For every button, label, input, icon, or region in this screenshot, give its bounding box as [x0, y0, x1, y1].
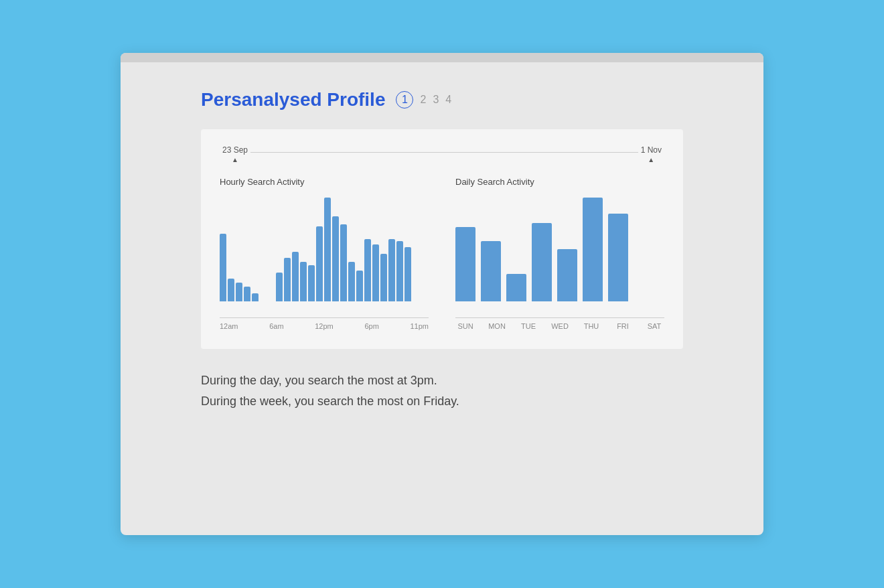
hourly-chart-title: Hourly Search Activity — [220, 177, 429, 187]
start-date: 23 Sep ▲ — [220, 145, 250, 163]
daily-bar-2 — [506, 274, 526, 301]
h-label-3: 6pm — [364, 322, 378, 330]
hourly-bar-13 — [324, 198, 331, 301]
hourly-bar-3 — [244, 287, 250, 301]
page-3[interactable]: 3 — [433, 94, 439, 106]
d-label-3: WED — [550, 322, 570, 330]
daily-chart-title: Daily Search Activity — [455, 177, 664, 187]
hourly-bar-10 — [300, 262, 307, 301]
charts-row: Hourly Search Activity 12am 6am 12pm 6pm… — [220, 177, 664, 330]
hourly-bar-0 — [220, 234, 226, 301]
page-2[interactable]: 2 — [420, 94, 426, 106]
hourly-axis-labels: 12am 6am 12pm 6pm 11pm — [220, 322, 429, 330]
date-range: 23 Sep ▲ 1 Nov ▲ — [220, 145, 664, 163]
daily-bar-3 — [532, 223, 552, 301]
h-label-4: 11pm — [410, 322, 429, 330]
hourly-bar-1 — [228, 279, 234, 301]
d-label-4: THU — [581, 322, 601, 330]
main-window: Persanalysed Profile 1 2 3 4 23 Sep ▲ 1 … — [121, 53, 763, 535]
d-label-0: SUN — [455, 322, 475, 330]
end-arrow: ▲ — [648, 156, 654, 163]
page-title: Persanalysed Profile — [201, 89, 385, 111]
hourly-bar-22 — [396, 241, 403, 301]
daily-bar-1 — [481, 241, 501, 301]
h-label-0: 12am — [220, 322, 238, 330]
hourly-bar-23 — [404, 247, 411, 301]
hourly-bar-21 — [388, 239, 395, 301]
hourly-bar-12 — [316, 226, 323, 301]
h-label-2: 12pm — [315, 322, 334, 330]
page-4[interactable]: 4 — [445, 94, 451, 106]
daily-bar-4 — [557, 249, 577, 301]
hourly-chart-section: Hourly Search Activity 12am 6am 12pm 6pm… — [220, 177, 429, 330]
d-label-6: SAT — [644, 322, 664, 330]
d-label-1: MON — [487, 322, 507, 330]
daily-bar-chart — [455, 198, 664, 318]
summary-text: During the day, you search the most at 3… — [201, 370, 683, 411]
hourly-bar-14 — [332, 216, 339, 301]
summary-line2: During the week, you search the most on … — [201, 391, 683, 412]
daily-bar-0 — [455, 227, 475, 301]
summary-line1: During the day, you search the most at 3… — [201, 370, 683, 391]
window-chrome — [121, 53, 763, 62]
hourly-bar-2 — [236, 283, 242, 301]
hourly-bar-17 — [356, 271, 363, 302]
hourly-bar-19 — [372, 244, 379, 301]
page-1[interactable]: 1 — [396, 91, 413, 108]
daily-bar-6 — [608, 214, 628, 301]
hourly-bar-20 — [380, 254, 387, 301]
d-label-5: FRI — [613, 322, 633, 330]
hourly-bar-18 — [364, 239, 371, 301]
hourly-bar-9 — [292, 252, 299, 301]
hourly-bar-7 — [276, 273, 283, 301]
pagination: 1 2 3 4 — [396, 91, 451, 108]
daily-bar-5 — [583, 198, 603, 301]
daily-chart-section: Daily Search Activity SUNMONTUEWEDTHUFRI… — [455, 177, 664, 330]
header: Persanalysed Profile 1 2 3 4 — [201, 89, 683, 111]
hourly-bar-4 — [252, 293, 259, 301]
hourly-bar-15 — [340, 224, 347, 301]
h-label-1: 6am — [269, 322, 283, 330]
hourly-bar-11 — [308, 265, 315, 301]
hourly-bar-8 — [284, 258, 291, 301]
activity-card: 23 Sep ▲ 1 Nov ▲ Hourly Search Activity … — [201, 129, 683, 349]
end-date: 1 Nov ▲ — [638, 145, 664, 163]
d-label-2: TUE — [518, 322, 538, 330]
daily-axis-labels: SUNMONTUEWEDTHUFRISAT — [455, 322, 664, 330]
hourly-bar-16 — [348, 262, 355, 301]
start-arrow: ▲ — [232, 156, 238, 163]
hourly-bar-chart — [220, 198, 429, 318]
